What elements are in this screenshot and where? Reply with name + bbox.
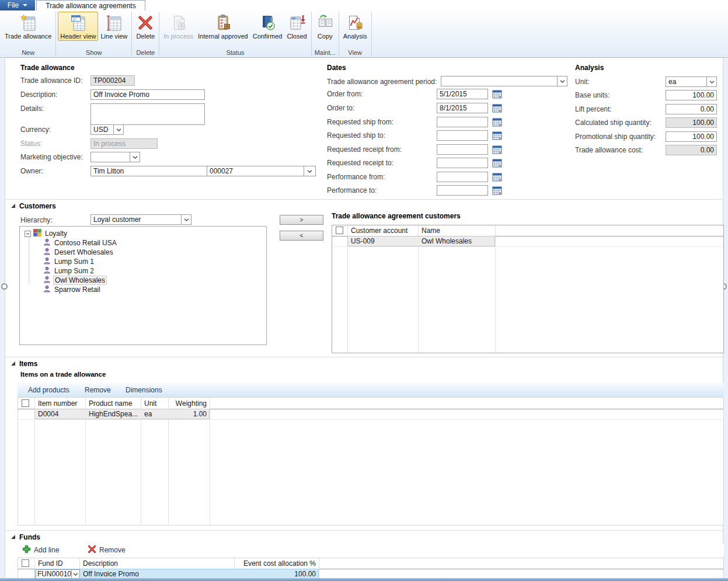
owner-id-field[interactable]: 000027 [207,166,304,176]
cell-unit[interactable]: ea [144,409,166,419]
dimensions-button[interactable]: Dimensions [126,384,162,396]
calendar-icon[interactable] [492,186,502,195]
period-dropdown-arrow[interactable] [557,76,567,86]
cell-product-name[interactable]: HighEndSpea... [89,409,139,419]
tree-item-label[interactable]: Sparrow Retail [53,286,102,294]
unit-field[interactable]: ea [666,76,707,87]
customers-grid-row[interactable]: US-009 Owl Wholesales [332,236,723,246]
copy-button[interactable]: Copy [314,12,337,41]
details-field[interactable] [90,103,205,125]
requested-receipt-from-field[interactable] [437,144,488,155]
select-all-checkbox[interactable] [22,399,29,407]
tree-node-loyalty[interactable]: Loyalty [25,229,68,238]
add-products-button[interactable]: Add products [28,384,69,396]
move-right-button[interactable]: > [280,215,323,225]
remove-fund-button[interactable]: Remove [88,544,126,556]
cell-item-number[interactable]: D0004 [38,409,83,419]
header-view-button[interactable]: Header view [58,12,98,41]
requested-ship-to-field[interactable] [437,130,488,141]
calendar-icon[interactable] [492,117,502,127]
calendar-icon[interactable] [492,131,502,140]
owner-dropdown-arrow[interactable] [304,166,316,176]
requested-receipt-to-field[interactable] [437,158,488,168]
tree-node-label[interactable]: Loyalty [44,229,68,238]
file-menu-button[interactable]: File [0,0,35,11]
order-to-field[interactable]: 8/1/2015 [437,103,488,113]
ribbon-group-view: Analysis View [340,11,371,57]
currency-field[interactable]: USD [90,124,114,135]
marketing-objective-field[interactable] [90,152,130,162]
add-line-button[interactable]: Add line [22,544,59,556]
remove-items-button[interactable]: Remove [85,384,111,396]
tree-item-lump-sum-2[interactable]: Lump Sum 2 [43,266,95,276]
customers-collapse-icon[interactable] [11,204,15,208]
column-header-customer-account[interactable]: Customer account [351,226,407,236]
requested-ship-from-field[interactable] [437,117,488,127]
line-view-button[interactable]: Line view [98,12,130,41]
tree-item-sparrow-retail[interactable]: Sparrow Retail [43,285,102,294]
delete-button[interactable]: Delete [134,12,157,41]
calendar-icon[interactable] [492,158,502,168]
tree-item-label-selected[interactable]: Owl Wholesales [53,276,107,285]
tree-item-owl-wholesales[interactable]: Owl Wholesales [43,276,107,285]
hierarchy-field[interactable]: Loyal customer [90,214,182,225]
column-header-item-number[interactable]: Item number [38,399,77,409]
column-header-event-cost-allocation[interactable]: Event cost allocation % [234,559,316,569]
add-plus-icon [22,545,31,555]
description-field[interactable]: Off Invoice Promo [90,89,205,100]
fund-id-combo-field[interactable]: FUN000102 [36,569,72,579]
tree-item-contoso-retail-usa[interactable]: Contoso Retail USA [43,238,118,248]
internal-approved-button[interactable]: Internal approved [196,12,250,41]
left-panel-expand-handle[interactable] [1,283,8,290]
tab-trade-allowance-agreements[interactable]: Trade allowance agreements [36,0,145,11]
confirmed-icon [258,13,277,32]
lift-percent-field[interactable]: 0.00 [666,104,717,114]
analysis-button[interactable]: Analysis [341,12,370,41]
calendar-icon[interactable] [492,145,502,154]
calendar-icon[interactable] [492,89,502,99]
tree-item-label[interactable]: Lump Sum 2 [53,267,95,275]
hierarchy-dropdown-arrow[interactable] [181,214,191,225]
section-title-items[interactable]: Items [19,360,37,368]
tree-item-label[interactable]: Lump Sum 1 [53,258,95,266]
marketing-objective-dropdown-arrow[interactable] [130,152,140,162]
tree-item-desert-wholesales[interactable]: Desert Wholesales [43,248,114,257]
currency-dropdown-arrow[interactable] [113,124,124,135]
promotional-ship-quantity-field[interactable]: 100.00 [666,131,717,142]
funds-collapse-icon[interactable] [11,535,15,539]
collapse-expander-icon[interactable] [25,231,31,237]
performance-to-field[interactable] [437,185,488,196]
select-all-checkbox[interactable] [22,559,29,567]
unit-dropdown-arrow[interactable] [706,76,717,87]
confirmed-button[interactable]: Confirmed [250,12,285,41]
calendar-icon[interactable] [492,172,502,182]
cell-customer-name[interactable]: Owl Wholesales [422,236,492,246]
owner-name-field[interactable]: Tim Litton [90,166,207,176]
cell-customer-account[interactable]: US-009 [351,236,415,246]
items-grid-row[interactable]: D0004 HighEndSpea... ea 1.00 [18,409,723,419]
tree-item-lump-sum-1[interactable]: Lump Sum 1 [43,257,95,266]
cell-weighting[interactable]: 1.00 [172,409,207,419]
base-units-field[interactable]: 100.00 [666,90,717,100]
column-header-unit[interactable]: Unit [144,399,156,409]
trade-allowance-new-button[interactable]: Trade allowance [2,12,54,41]
performance-from-field[interactable] [437,172,488,182]
tree-item-label[interactable]: Contoso Retail USA [53,239,118,247]
column-header-description[interactable]: Description [83,559,118,569]
column-header-weighting[interactable]: Weighting [172,399,207,409]
section-title-customers[interactable]: Customers [19,202,56,210]
calendar-icon[interactable] [492,103,502,113]
column-header-product-name[interactable]: Product name [89,399,133,409]
tree-item-label[interactable]: Desert Wholesales [53,248,114,256]
fund-id-dropdown-arrow[interactable] [71,569,80,579]
period-field[interactable] [441,76,558,86]
closed-button[interactable]: Closed [284,12,309,41]
column-header-fund-id[interactable]: Fund ID [38,559,63,569]
order-from-field[interactable]: 5/1/2015 [437,89,488,99]
section-title-funds[interactable]: Funds [19,533,40,541]
items-collapse-icon[interactable] [11,361,15,366]
move-left-button[interactable]: < [280,231,323,241]
select-all-checkbox[interactable] [336,227,343,234]
ribbon-separator [55,12,56,56]
column-header-name[interactable]: Name [422,226,440,236]
